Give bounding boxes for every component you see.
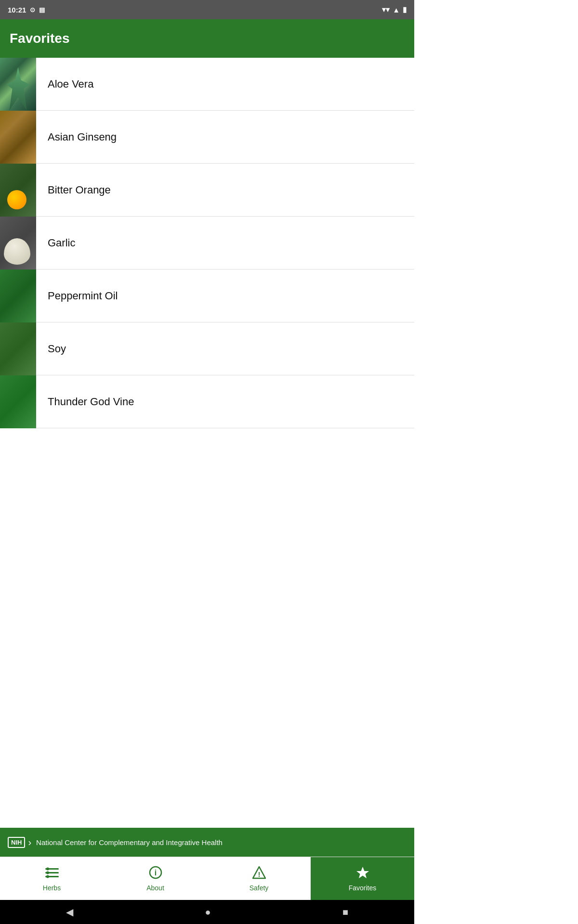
status-time: 10:21: [8, 6, 26, 14]
status-icon-msg: ▤: [39, 6, 45, 13]
favorites-icon: [356, 866, 369, 882]
herb-name: Aloe Vera: [36, 78, 93, 90]
herb-image-soy: [0, 322, 36, 375]
nav-herbs[interactable]: Herbs: [0, 857, 104, 900]
svg-marker-10: [356, 867, 369, 878]
safety-icon: !: [252, 866, 266, 882]
svg-point-4: [46, 871, 49, 874]
nav-safety[interactable]: ! Safety: [207, 857, 311, 900]
about-icon: i: [149, 866, 162, 882]
signal-icon: ▲: [393, 6, 400, 14]
status-bar: 10:21 ⊙ ▤ ▾▾ ▲ ▮: [0, 0, 414, 19]
home-button[interactable]: ●: [205, 907, 210, 918]
list-item[interactable]: Aloe Vera: [0, 58, 414, 111]
list-item[interactable]: Soy: [0, 322, 414, 375]
nih-logo: NIH: [8, 837, 25, 848]
nav-favorites[interactable]: Favorites: [311, 857, 414, 900]
herbs-label: Herbs: [43, 884, 61, 892]
recents-button[interactable]: ■: [342, 907, 348, 918]
herb-image-peppermint: [0, 270, 36, 322]
nav-about[interactable]: i About: [104, 857, 207, 900]
wifi-icon: ▾▾: [382, 5, 390, 14]
nih-chevron-icon: ›: [28, 837, 31, 848]
herb-image-asian-ginseng: [0, 111, 36, 164]
battery-icon: ▮: [403, 5, 407, 14]
safety-label: Safety: [250, 884, 269, 892]
herb-name: Thunder God Vine: [36, 396, 134, 408]
status-bar-right: ▾▾ ▲ ▮: [382, 5, 407, 14]
herb-image-bitter-orange: [0, 164, 36, 217]
status-bar-left: 10:21 ⊙ ▤: [8, 6, 45, 14]
svg-text:i: i: [154, 869, 156, 877]
svg-point-5: [46, 875, 49, 878]
about-label: About: [146, 884, 164, 892]
list-item[interactable]: Peppermint Oil: [0, 270, 414, 322]
herb-image-thunder-god-vine: [0, 375, 36, 428]
herb-image-aloe-vera: [0, 58, 36, 111]
app-header: Favorites: [0, 19, 414, 58]
herbs-icon: [45, 866, 59, 882]
list-item[interactable]: Bitter Orange: [0, 164, 414, 217]
nih-description: National Center for Complementary and In…: [36, 838, 223, 847]
list-item[interactable]: Thunder God Vine: [0, 375, 414, 428]
herb-name: Soy: [36, 343, 66, 355]
android-nav-bar: ◀ ● ■: [0, 900, 414, 924]
status-icon-p: ⊙: [30, 6, 35, 13]
herb-name: Peppermint Oil: [36, 290, 118, 302]
nih-banner: NIH › National Center for Complementary …: [0, 828, 414, 857]
svg-point-3: [46, 867, 49, 870]
page-title: Favorites: [10, 31, 70, 46]
list-item[interactable]: Asian Ginseng: [0, 111, 414, 164]
svg-text:!: !: [258, 871, 260, 878]
list-item[interactable]: Garlic: [0, 217, 414, 270]
favorites-label: Favorites: [349, 884, 377, 892]
back-button[interactable]: ◀: [66, 906, 73, 918]
herb-list: Aloe Vera Asian Ginseng Bitter Orange Ga…: [0, 58, 414, 428]
herb-name: Bitter Orange: [36, 184, 111, 196]
bottom-nav: Herbs i About ! Safety Favorites: [0, 857, 414, 900]
herb-name: Garlic: [36, 237, 75, 249]
herb-name: Asian Ginseng: [36, 131, 117, 143]
herb-image-garlic: [0, 217, 36, 270]
